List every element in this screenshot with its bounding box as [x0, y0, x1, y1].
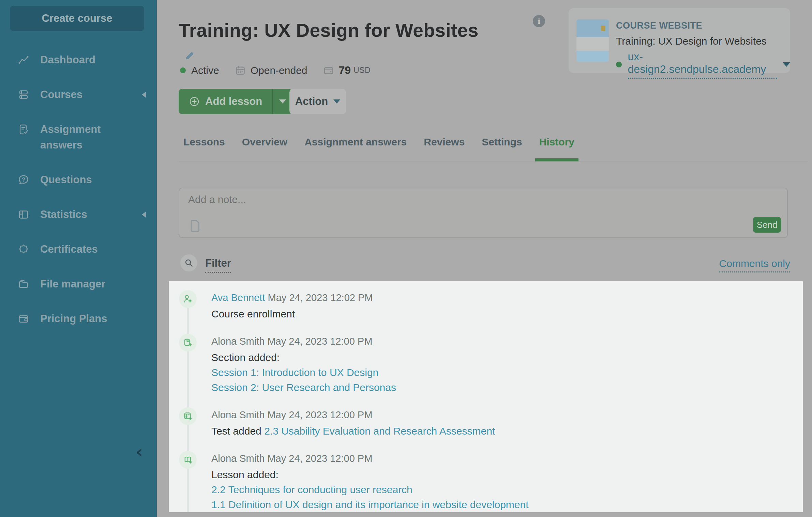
sidebar-item-label: File manager — [40, 276, 105, 292]
history-date: May 24, 2023 12:00 PM — [267, 453, 372, 464]
calendar-icon — [235, 65, 246, 76]
send-button[interactable]: Send — [753, 217, 781, 233]
sidebar-item-file-manager[interactable]: File manager — [0, 276, 157, 292]
sidebar-item-certificates[interactable]: Certificates — [0, 241, 157, 257]
tab-history[interactable]: History — [539, 136, 574, 161]
schedule-label: Open-ended — [251, 65, 307, 76]
history-event-label: Section added: — [211, 350, 396, 365]
tab-reviews[interactable]: Reviews — [424, 136, 465, 161]
sidebar-item-label: Statistics — [40, 207, 87, 222]
note-input[interactable] — [187, 193, 700, 214]
course-tabs: Lessons Overview Assignment answers Revi… — [179, 136, 808, 161]
add-lesson-button[interactable]: Add lesson — [179, 89, 292, 114]
history-event-text: Course enrollment — [211, 308, 295, 319]
note-composer: Send — [179, 188, 788, 238]
domain-dropdown-icon[interactable] — [783, 62, 790, 67]
section-link[interactable]: Session 2: User Research and Personas — [211, 380, 396, 395]
lesson-link[interactable]: 2.2 Techniques for conducting user resea… — [211, 482, 529, 497]
assignment-answers-icon — [18, 122, 29, 137]
search-icon — [184, 258, 194, 268]
course-status-row: Active Open-ended 79 USD — [180, 64, 371, 77]
chevron-left-icon — [142, 92, 146, 98]
tab-lessons[interactable]: Lessons — [183, 136, 225, 161]
add-lesson-label: Add lesson — [205, 95, 262, 108]
sidebar-item-dashboard[interactable]: Dashboard — [0, 52, 157, 68]
courses-icon — [18, 87, 29, 103]
test-add-icon — [179, 407, 197, 425]
history-event-label: Lesson added: — [211, 467, 529, 482]
statistics-icon — [18, 207, 29, 222]
course-domain-link[interactable]: ux-design2.sendpulse.academy — [628, 50, 777, 79]
sidebar-item-label: Certificates — [40, 241, 98, 257]
filter-label[interactable]: Filter — [205, 257, 231, 273]
filter-search-button[interactable] — [180, 254, 197, 271]
history-user: Alona Smith — [211, 336, 267, 347]
attach-file-icon[interactable] — [189, 219, 201, 233]
history-date: May 24, 2023 12:00 PM — [267, 409, 372, 420]
test-link[interactable]: 2.3 Usability Evaluation and Research As… — [264, 425, 495, 437]
history-event-text: Test added — [211, 425, 264, 437]
status-active-label: Active — [191, 65, 219, 76]
website-thumbnail — [576, 19, 609, 62]
tab-settings[interactable]: Settings — [482, 136, 522, 161]
action-label: Action — [295, 95, 328, 108]
history-entry: Alona Smith May 24, 2023 12:00 PM Test a… — [179, 407, 796, 439]
dashboard-icon — [18, 52, 29, 68]
chevron-down-icon — [333, 99, 340, 104]
lesson-link[interactable]: 1.1 Definition of UX design and its impo… — [211, 497, 529, 512]
history-entry: Alona Smith May 24, 2023 12:00 PM Sectio… — [179, 334, 796, 395]
price-value: 79 — [339, 64, 351, 77]
page-title: Training: UX Design for Websites — [179, 19, 485, 67]
course-website-title: Training: UX Design for Websites — [616, 35, 767, 47]
sidebar-item-label: Pricing Plans — [40, 311, 107, 327]
course-website-label: COURSE WEBSITE — [616, 20, 702, 31]
sidebar: Create course Dashboard Courses — [0, 0, 157, 517]
info-icon[interactable]: i — [533, 15, 545, 27]
wallet-icon — [323, 65, 334, 76]
section-link[interactable]: Session 1: Introduction to UX Design — [211, 365, 396, 380]
course-history-page: { "sidebar": { "create_course_label": "C… — [0, 0, 812, 517]
sidebar-item-statistics[interactable]: Statistics — [0, 207, 157, 222]
course-title-text: Training: UX Design for Websites — [179, 20, 479, 41]
certificates-icon — [18, 241, 29, 257]
history-entry: Ava Bennett May 24, 2023 12:02 PM Course… — [179, 290, 796, 322]
plus-circle-icon — [189, 96, 200, 107]
sidebar-item-label: Questions — [40, 172, 92, 188]
svg-text:?: ? — [22, 176, 25, 183]
sidebar-item-label: Assignment answers — [40, 122, 125, 153]
user-add-icon — [179, 290, 197, 308]
history-user: Alona Smith — [211, 453, 267, 464]
sidebar-item-label: Courses — [40, 87, 82, 103]
history-user-link[interactable]: Ava Bennett — [211, 292, 268, 303]
tab-assignment-answers[interactable]: Assignment answers — [304, 136, 407, 161]
chevron-left-icon — [142, 212, 146, 218]
price-currency: USD — [354, 66, 371, 75]
edit-title-icon[interactable] — [184, 43, 195, 66]
questions-icon: ? — [18, 172, 29, 188]
domain-status-dot — [616, 62, 622, 67]
sidebar-item-assignment-answers[interactable]: Assignment answers — [0, 122, 157, 153]
section-add-icon — [179, 334, 197, 351]
history-user: Alona Smith — [211, 409, 267, 420]
sidebar-collapse-button[interactable]: ‹ — [136, 443, 143, 460]
sidebar-item-pricing-plans[interactable]: Pricing Plans — [0, 311, 157, 327]
sidebar-item-questions[interactable]: ? Questions — [0, 172, 157, 188]
chevron-down-icon — [279, 99, 286, 104]
lesson-add-icon — [179, 451, 197, 469]
file-manager-icon — [18, 276, 29, 292]
create-course-button[interactable]: Create course — [10, 6, 144, 31]
tab-overview[interactable]: Overview — [242, 136, 287, 161]
sidebar-nav: Dashboard Courses Assignment — [0, 52, 157, 346]
sidebar-item-label: Dashboard — [40, 52, 95, 68]
course-website-card: COURSE WEBSITE Training: UX Design for W… — [569, 8, 790, 73]
history-panel: Ava Bennett May 24, 2023 12:02 PM Course… — [169, 281, 803, 512]
history-entry: Alona Smith May 24, 2023 12:00 PM Lesson… — [179, 451, 796, 512]
action-button[interactable]: Action — [289, 89, 346, 114]
active-status-dot — [180, 67, 186, 73]
comments-only-link[interactable]: Comments only — [719, 258, 790, 272]
history-date: May 24, 2023 12:02 PM — [268, 292, 373, 303]
pricing-plans-icon — [18, 311, 29, 327]
sidebar-item-courses[interactable]: Courses — [0, 87, 157, 103]
history-date: May 24, 2023 12:00 PM — [267, 336, 372, 347]
